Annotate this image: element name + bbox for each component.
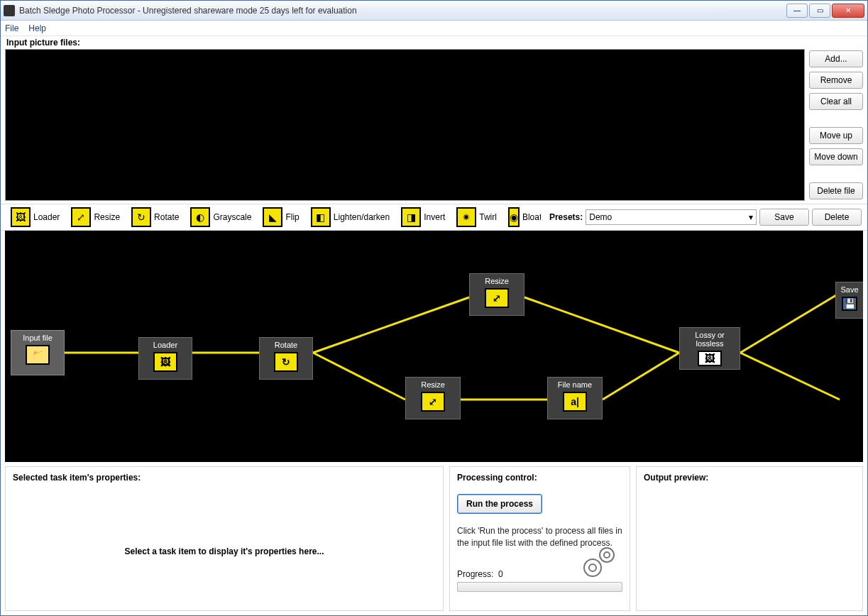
node-loader[interactable]: Loader 🖼: [138, 337, 192, 380]
flip-icon: ◣: [263, 207, 282, 227]
menu-file[interactable]: File: [5, 23, 18, 33]
app-icon: [4, 5, 15, 16]
input-file-list[interactable]: [5, 49, 805, 201]
svg-line-8: [740, 353, 840, 400]
tool-grayscale-label: Grayscale: [213, 212, 251, 222]
preset-delete-button[interactable]: Delete: [812, 209, 862, 226]
loader-icon: 🖼: [11, 207, 31, 227]
grayscale-icon: ◐: [190, 207, 210, 227]
progress-label: Progress:: [457, 569, 493, 579]
tool-lighten-darken[interactable]: ◧ Lighten/darken: [307, 206, 394, 229]
progress-value: 0: [498, 569, 503, 579]
bottom-panels: Selected task item's properties: Select …: [5, 466, 863, 611]
lighten-icon: ◧: [311, 207, 331, 227]
svg-point-9: [600, 548, 614, 562]
node-rotate[interactable]: Rotate ↻: [259, 337, 313, 380]
panel-processing-control: Processing control: Run the process Clic…: [449, 466, 630, 611]
preset-save-button[interactable]: Save: [759, 209, 809, 226]
chevron-down-icon: ▾: [749, 212, 753, 222]
menu-help[interactable]: Help: [28, 23, 46, 33]
tool-lighten-label: Lighten/darken: [334, 212, 390, 222]
tool-loader[interactable]: 🖼 Loader: [6, 206, 64, 229]
clear-all-button[interactable]: Clear all: [809, 93, 863, 110]
move-up-button[interactable]: Move up: [809, 127, 863, 144]
gears-icon: [578, 544, 621, 581]
node-save-label: Save: [840, 285, 858, 294]
node-input-label: Input file: [23, 334, 53, 342]
processor-toolbar: 🖼 Loader ⤢ Resize ↻ Rotate ◐ Grayscale ◣…: [1, 204, 867, 231]
node-rotate-label: Rotate: [275, 341, 297, 349]
input-side-buttons: Add... Remove Clear all Move up Move dow…: [809, 49, 863, 201]
input-area: Add... Remove Clear all Move up Move dow…: [1, 49, 867, 204]
node-resize1-label: Resize: [485, 277, 509, 285]
presets-label: Presets:: [549, 212, 583, 222]
svg-line-5: [524, 297, 679, 353]
node-lossy-label: Lossy or lossless: [681, 331, 738, 348]
remove-button[interactable]: Remove: [809, 72, 863, 89]
tool-invert-label: Invert: [424, 212, 445, 222]
loader-icon: 🖼: [153, 352, 177, 372]
tool-bloat[interactable]: ◉ Bloat: [504, 206, 541, 229]
node-save[interactable]: Save 💾: [835, 282, 863, 319]
rotate-icon: ↻: [131, 207, 151, 227]
twirl-icon: ✷: [456, 207, 476, 227]
tool-rotate-label: Rotate: [154, 212, 179, 222]
tool-resize[interactable]: ⤢ Resize: [67, 206, 124, 229]
maximize-button[interactable]: ▭: [809, 4, 830, 18]
presets-select[interactable]: Demo ▾: [586, 209, 757, 225]
panel-output-preview: Output preview:: [636, 466, 863, 611]
delete-file-button[interactable]: Delete file: [809, 182, 863, 199]
input-files-label: Input picture files:: [1, 36, 867, 49]
lossy-icon: 🖼: [698, 351, 722, 366]
window-title: Batch Sledge Photo Processor - Unregiste…: [19, 6, 785, 16]
resize-icon: ⤢: [485, 288, 509, 308]
svg-point-10: [604, 552, 610, 558]
node-resize-2[interactable]: Resize ⤢: [405, 377, 461, 419]
minimize-button[interactable]: —: [786, 4, 808, 18]
disk-icon: 💾: [842, 297, 857, 311]
close-button[interactable]: ✕: [832, 4, 864, 18]
presets-value: Demo: [589, 212, 612, 222]
node-resize2-label: Resize: [421, 380, 445, 389]
tool-rotate[interactable]: ↻ Rotate: [127, 206, 183, 229]
svg-point-11: [584, 559, 601, 576]
tool-resize-label: Resize: [94, 212, 120, 222]
move-down-button[interactable]: Move down: [809, 148, 863, 165]
tool-loader-label: Loader: [33, 212, 60, 222]
node-filename-label: File name: [558, 380, 592, 389]
svg-line-2: [313, 297, 469, 353]
filename-icon: a|: [563, 392, 587, 412]
tool-twirl[interactable]: ✷ Twirl: [452, 206, 501, 229]
node-input-file[interactable]: Input file 📁: [11, 330, 65, 375]
panel-properties: Selected task item's properties: Select …: [5, 466, 444, 611]
control-title: Processing control:: [457, 473, 622, 483]
invert-icon: ◨: [401, 207, 421, 227]
run-process-button[interactable]: Run the process: [457, 494, 542, 514]
tool-invert[interactable]: ◨ Invert: [397, 206, 449, 229]
titlebar: Batch Sledge Photo Processor - Unregiste…: [1, 1, 867, 21]
progress-bar: [457, 582, 622, 592]
svg-line-3: [313, 353, 405, 400]
app-window: Batch Sledge Photo Processor - Unregiste…: [0, 0, 868, 616]
node-filename[interactable]: File name a|: [547, 377, 603, 419]
properties-title: Selected task item's properties:: [13, 473, 436, 483]
node-loader-label: Loader: [153, 341, 177, 349]
preview-title: Output preview:: [644, 473, 855, 483]
node-resize-1[interactable]: Resize ⤢: [469, 273, 524, 316]
node-lossy[interactable]: Lossy or lossless 🖼: [679, 327, 740, 370]
svg-line-7: [740, 293, 840, 353]
process-canvas[interactable]: Input file 📁 Loader 🖼 Rotate ↻ Resize ⤢ …: [5, 231, 863, 462]
tool-flip-label: Flip: [285, 212, 299, 222]
tool-grayscale[interactable]: ◐ Grayscale: [186, 206, 256, 229]
bloat-icon: ◉: [508, 207, 520, 227]
svg-line-6: [603, 353, 679, 400]
resize-icon: ⤢: [421, 392, 445, 412]
tool-twirl-label: Twirl: [479, 212, 497, 222]
tool-flip[interactable]: ◣ Flip: [258, 206, 303, 229]
add-button[interactable]: Add...: [809, 50, 863, 67]
folder-icon: 📁: [26, 345, 50, 365]
rotate-icon: ↻: [274, 352, 298, 372]
svg-point-12: [589, 564, 596, 571]
menubar: File Help: [1, 21, 867, 36]
resize-icon: ⤢: [71, 207, 91, 227]
